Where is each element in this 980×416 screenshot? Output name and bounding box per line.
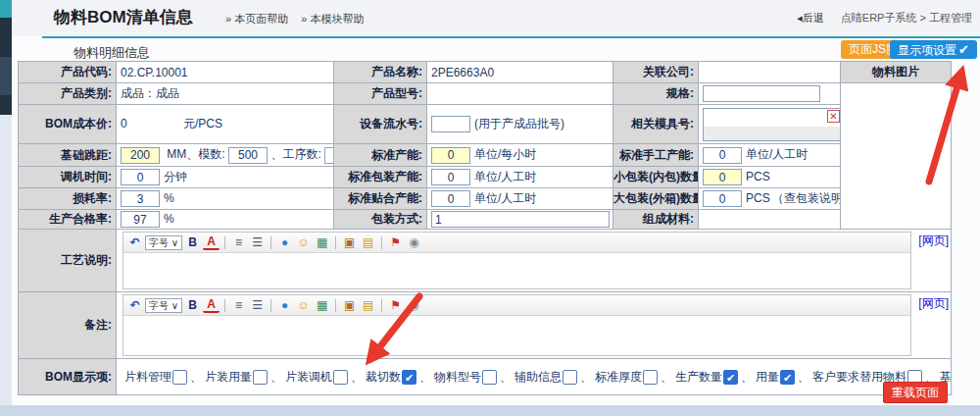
std-manual-capacity-label: 标准手工产能: (613, 144, 699, 167)
pack-method-input[interactable] (431, 211, 610, 228)
bom-option-checkbox[interactable]: ✔ (402, 370, 416, 385)
related-mold-textarea[interactable]: ✕ (703, 108, 841, 141)
smiley-icon[interactable]: ☺ (295, 234, 312, 250)
page-help-link[interactable]: » 本页面帮助 (225, 13, 288, 25)
display-settings-button[interactable]: 显示项设置✔ (890, 40, 977, 59)
upload-image-icon[interactable]: ▤ (360, 234, 376, 250)
bom-option-separator: 、 (419, 369, 431, 386)
edit-table-icon[interactable]: ▦ (314, 297, 330, 313)
spec-input[interactable] (703, 85, 820, 102)
edit-table-icon[interactable]: ▦ (314, 234, 330, 250)
bottom-strip (0, 405, 980, 416)
bold-icon[interactable]: B (184, 234, 201, 250)
modulus-input[interactable] (228, 147, 268, 164)
std-manual-capacity-input[interactable] (703, 147, 742, 164)
pass-rate-unit: % (164, 212, 174, 226)
font-color-icon[interactable]: A (203, 298, 220, 313)
media-flag-icon[interactable]: ⚑ (387, 234, 404, 250)
undo-icon[interactable]: ↶ (126, 297, 143, 313)
toolbar-separator (270, 236, 271, 249)
breadcrumb[interactable]: 点睛ERP子系统 > 工程管理 (841, 12, 972, 24)
bom-option: 片装调机、 (285, 369, 366, 386)
bom-option-checkbox[interactable] (172, 370, 187, 385)
toolbar-separator (224, 236, 225, 249)
smiley-icon[interactable]: ☺ (295, 297, 312, 313)
related-mold-label: 相关模具号: (613, 105, 699, 144)
remark-label: 备注: (19, 292, 117, 359)
std-capacity-unit: 单位/每小时 (474, 147, 536, 161)
help-links: » 本页面帮助 » 本模块帮助 (225, 12, 373, 26)
align-icon[interactable]: ≡ (230, 234, 247, 250)
big-pack-qty-unit: PCS (746, 191, 770, 205)
bom-option: 生产数量✔、 (675, 369, 756, 386)
webpage-link[interactable]: [网页] (911, 232, 949, 249)
media-flag-icon[interactable]: ⚑ (387, 297, 404, 313)
bom-option-checkbox[interactable] (253, 370, 268, 385)
related-company-label: 关联公司: (613, 62, 699, 83)
machine-time-input[interactable] (121, 169, 160, 185)
ordered-list-icon[interactable]: ☰ (249, 234, 266, 250)
std-capacity-input[interactable] (431, 147, 470, 164)
process-desc-editor[interactable]: ↶字号 ∨BA≡☰●☺▦▣▤⚑◉ (122, 232, 911, 289)
bom-option-separator: 、 (580, 369, 592, 386)
small-pack-qty-input[interactable] (703, 169, 742, 185)
top-nav: ◂后退 点睛ERP子系统 > 工程管理 (797, 11, 972, 26)
bom-option: 裁切数✔、 (366, 369, 434, 386)
remark-editor[interactable]: ↶字号 ∨BA≡☰●☺▦▣▤⚑◉ (122, 294, 911, 356)
insert-image-icon[interactable]: ▣ (341, 234, 358, 250)
collapsed-sidebar[interactable] (0, 0, 12, 416)
sidebar-segment-3 (0, 95, 12, 115)
toolbar-separator (224, 299, 225, 312)
upload-image-icon[interactable]: ▤ (360, 297, 376, 313)
product-code-label: 产品代码: (19, 62, 117, 83)
std-pack-capacity-unit: 单位/人工时 (474, 170, 536, 183)
loss-rate-input[interactable] (121, 190, 160, 207)
bom-option-separator: 、 (741, 369, 753, 386)
spec-label: 规格: (613, 83, 699, 105)
bom-option-separator: 、 (270, 369, 282, 386)
std-laminate-capacity-input[interactable] (431, 190, 470, 207)
reload-page-button[interactable]: 重载页面 (883, 382, 948, 403)
module-help-link[interactable]: » 本模块帮助 (301, 13, 364, 25)
undo-icon[interactable]: ↶ (126, 234, 143, 250)
toolbar-separator (381, 236, 382, 249)
process-count-label: 、工序数: (270, 147, 320, 161)
bom-option-checkbox[interactable]: ✔ (723, 370, 738, 385)
product-model-value (427, 83, 613, 105)
bom-option-checkbox[interactable] (563, 370, 577, 385)
bom-option-separator: 、 (798, 369, 809, 386)
preview-eye-icon[interactable]: ◉ (406, 234, 422, 250)
bom-option-checkbox[interactable] (333, 370, 348, 385)
base-pitch-input[interactable] (121, 147, 160, 164)
bom-option-checkbox[interactable] (482, 370, 497, 385)
small-pack-qty-unit: PCS (746, 170, 770, 183)
materials-label: 组成材料: (613, 210, 699, 230)
align-icon[interactable]: ≡ (230, 297, 247, 313)
back-link[interactable]: ◂后退 (797, 12, 824, 24)
std-pack-capacity-label: 标准包装产能: (334, 167, 427, 188)
remove-image-icon[interactable]: ✕ (827, 110, 840, 123)
section-title: 物料明细信息 (74, 44, 150, 62)
bom-option-checkbox[interactable]: ✔ (780, 370, 795, 385)
font-size-select[interactable]: 字号 ∨ (145, 235, 182, 250)
std-pack-capacity-input[interactable] (431, 169, 470, 185)
ordered-list-icon[interactable]: ☰ (249, 297, 266, 313)
font-color-icon[interactable]: A (203, 235, 220, 250)
globe-link-icon[interactable]: ● (276, 234, 293, 250)
process-count-input[interactable] (324, 147, 333, 164)
globe-link-icon[interactable]: ● (276, 297, 293, 313)
webpage-link[interactable]: [网页] (911, 294, 949, 312)
font-size-select[interactable]: 字号 ∨ (145, 298, 182, 313)
insert-image-icon[interactable]: ▣ (341, 297, 358, 313)
toolbar-separator (335, 236, 336, 249)
remark-editor-body[interactable] (123, 316, 910, 355)
bom-option-checkbox[interactable] (643, 370, 658, 385)
erp-bom-page: 物料BOM清单信息 » 本页面帮助 » 本模块帮助 ◂后退 点睛ERP子系统 >… (0, 0, 980, 416)
toolbar-separator (381, 299, 382, 312)
bold-icon[interactable]: B (184, 297, 201, 313)
pass-rate-input[interactable] (121, 211, 160, 228)
device-serial-input[interactable] (431, 116, 470, 132)
preview-eye-icon[interactable]: ◉ (406, 297, 422, 313)
process-desc-editor-body[interactable] (123, 253, 910, 288)
big-pack-qty-input[interactable] (703, 190, 742, 207)
